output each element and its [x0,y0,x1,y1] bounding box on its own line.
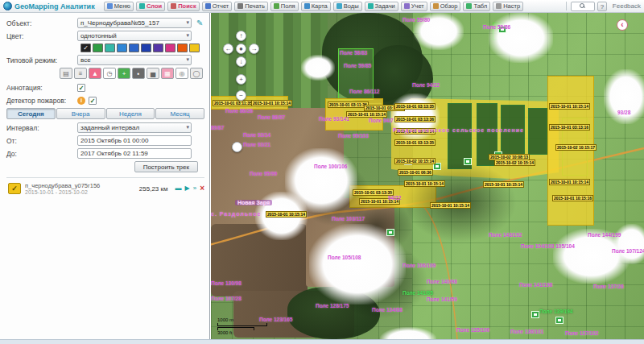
map-canvas[interactable]: ‹ 1000 m 3000 ft 2015-10-01 03:11:352015… [211,13,644,339]
toolbar-button-настр[interactable]: Настр [493,2,523,11]
timestamp-chip[interactable]: 2015-10-01 10:15:16 [552,195,593,201]
toolbar-button-поиск[interactable]: Поиск [167,2,200,11]
clock-icon[interactable]: ◷ [103,68,116,79]
print-icon [237,3,243,9]
layer-area: 255,23 км [139,185,168,193]
toolbar-button-табл[interactable]: Табл [463,2,490,11]
zoom-out-button[interactable]: − [236,90,246,101]
color-swatch-8[interactable] [177,44,188,52]
layer-list-item[interactable]: ✓ п_чернодубрава_у075г156 2015-10-01 - 2… [6,177,204,199]
toolbar-button-отчет[interactable]: Отчет [202,2,233,11]
collapse-panel-button[interactable]: ‹ [617,19,628,31]
pan-down-button[interactable]: ↓ [236,56,246,67]
timestamp-chip[interactable]: 2015-10-01 10:15:14 [266,211,307,218]
build-track-button[interactable]: Построить трек [134,161,198,172]
timestamp-chip[interactable]: 2015-10-01 10:15:14 [404,180,445,187]
toolbar-button-поля[interactable]: Поля [270,2,299,11]
timestamp-chip[interactable]: 2015-10-02 10:15:14 [494,160,535,166]
image-icon[interactable]: ▤ [60,68,72,79]
timestamp-chip[interactable]: 2015-10-01 03:11:35 [213,100,254,106]
layer-forward-icon[interactable]: » [193,184,196,193]
pan-up-button[interactable]: ↑ [236,31,246,41]
map-marker[interactable] [232,142,242,152]
globe-icon[interactable]: ◯ [190,68,203,79]
info-icon[interactable]: i [77,97,85,105]
toolbar-button-воды[interactable]: Воды [333,2,362,11]
fire-icon[interactable]: ▲ [89,68,101,79]
tab-месяц[interactable]: Месяц [155,108,204,119]
date-to-input[interactable] [77,148,192,159]
toolbar-button-слои[interactable]: Слои [136,2,165,11]
pan-center-button[interactable]: ● [236,44,246,54]
chart-icon[interactable]: ▅ [147,68,159,79]
layer-swatch[interactable]: ✓ [8,183,21,194]
color-swatch-1[interactable] [93,44,103,52]
date-from-label: От: [6,137,77,145]
search-box[interactable] [571,2,595,11]
toolbar-button-label: Слои [147,2,162,10]
timestamp-chip[interactable]: 2015-10-01 10:15:14 [430,202,471,209]
timestamp-chip[interactable]: 2015-10-02 10:15:17 [555,144,597,151]
timestamp-chip[interactable]: 2015-10-01 10:15:14 [483,181,524,188]
layer-remove-icon[interactable]: × [200,184,204,193]
timestamp-chip[interactable]: 2015-10-01 03:13:35 [394,103,436,110]
satellite-icon[interactable]: ▪ [132,68,145,79]
field-marker-icon[interactable] [386,229,394,236]
grid-icon[interactable]: ▦ [161,68,174,79]
color-swatch-7[interactable] [165,44,175,52]
color-swatch-2[interactable] [105,44,115,52]
fire-detector-checkbox[interactable]: ✓ [89,97,97,105]
timestamp-chip[interactable]: 2015-10-01 10:15:14 [549,179,590,185]
mode-select[interactable]: все ▾ [77,55,192,65]
toolbar-button-карта[interactable]: Карта [301,2,331,11]
edit-object-icon[interactable]: ✎ [196,19,203,27]
timestamp-chip[interactable]: 2015-10-01 03:11:36 [328,102,369,108]
timestamp-chip[interactable]: 2015-10-01 10:15:14 [346,111,387,118]
color-swatch-9[interactable] [189,44,200,52]
field-marker-icon[interactable] [531,311,539,318]
toolbar-button-меню[interactable]: Меню [104,2,134,11]
timestamp-chip[interactable]: 2015-10-01 06:36 [398,169,433,176]
stack-icon[interactable]: ≡ [74,68,87,79]
tab-неделя[interactable]: Неделя [106,108,155,119]
tab-сегодня[interactable]: Сегодня [6,108,56,119]
toolbar-button-обзор[interactable]: Обзор [430,2,461,11]
zoom-in-button[interactable]: + [236,74,246,85]
app-logo[interactable]: GeoMapping Аналитик [3,2,95,10]
color-swatch-4[interactable] [129,44,139,52]
field-label: Поле 143/192 [489,232,522,238]
timestamp-chip[interactable]: 2015-10-01 10:15:14 [251,100,292,106]
color-swatch-5[interactable] [141,44,151,52]
timestamp-chip[interactable]: 2015-10-02 10:15:14 [394,158,436,164]
pan-right-button[interactable]: → [249,44,259,54]
field-marker-icon[interactable] [555,317,564,324]
ndvi-icon[interactable]: + [118,68,130,79]
pan-left-button[interactable]: ← [223,44,233,54]
toolbar-button-задачи[interactable]: Задачи [365,2,398,11]
target-icon[interactable]: ◎ [175,68,188,79]
date-from-input[interactable] [77,135,192,146]
feedback-link[interactable]: Feedback [613,2,641,10]
color-swatch-0[interactable]: ✓ [80,44,91,52]
toolbar-button-учет[interactable]: Учет [401,2,427,11]
timestamp-chip[interactable]: 2015-10-01 03:13:16 [549,124,590,131]
color-select[interactable]: однотонный ▾ [77,31,192,41]
annotation-checkbox[interactable]: ✓ [77,84,85,92]
layer-play-icon[interactable]: ▶ [185,184,190,193]
help-button[interactable]: ? [597,2,607,11]
toolbar-button-label: Карта [312,2,328,10]
timestamp-chip[interactable]: 2015-10-01 03:13:36 [394,116,436,122]
timestamp-chip[interactable]: 2015-10-01 10:15:14 [549,103,590,110]
layer-opacity-icon[interactable]: ▬ [175,184,182,193]
color-swatch-6[interactable] [153,44,163,52]
mode-select-value: все [80,56,91,64]
toolbar-button-печать[interactable]: Печать [234,2,268,11]
field-marker-icon[interactable] [464,158,472,165]
interval-select[interactable]: заданный интервал ▾ [77,122,192,133]
timestamp-chip[interactable]: 2015-10-01 03:13:35 [394,139,436,146]
object-select[interactable]: п_Чернодубрава№55_157 ▾ [77,18,192,28]
field-label: Поле 86/26 [225,108,253,114]
field-label: Поле 105/108 [328,255,361,260]
color-swatch-3[interactable] [117,44,127,52]
tab-вчера[interactable]: Вчера [56,108,105,119]
